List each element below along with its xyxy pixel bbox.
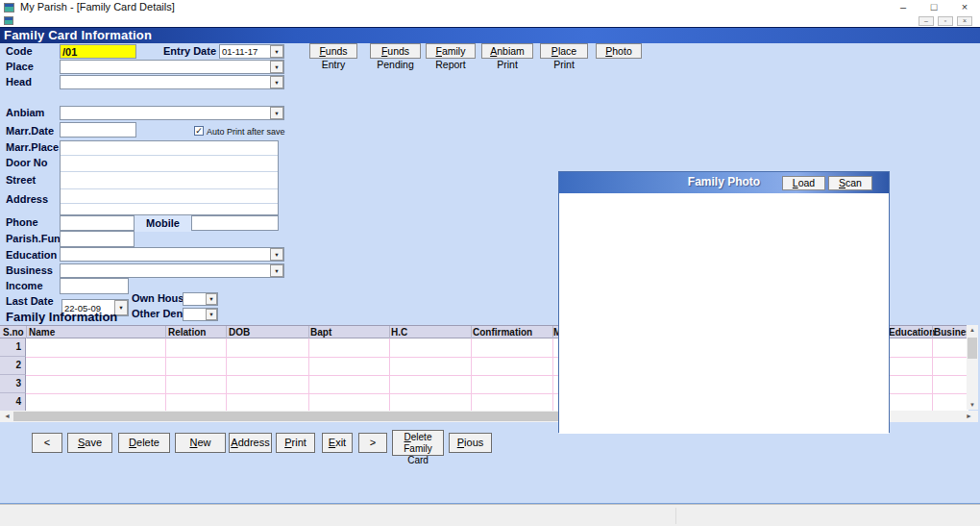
marr-date-label: Marr.Date	[6, 125, 54, 137]
place-print-button[interactable]: Place Print	[540, 43, 588, 59]
grid-row-number[interactable]: 1	[0, 338, 26, 357]
grid-row-number[interactable]: 2	[0, 357, 26, 375]
divider	[61, 188, 278, 189]
anbiam-label: Anbiam	[6, 107, 44, 118]
code-input[interactable]	[60, 44, 136, 59]
grid-row-number[interactable]: 3	[0, 375, 26, 393]
chevron-down-icon[interactable]: ▼	[206, 293, 217, 305]
chevron-down-icon[interactable]: ▼	[270, 248, 283, 261]
place-combo[interactable]: ▼	[60, 60, 284, 74]
divider	[675, 508, 676, 524]
close-icon[interactable]: ×	[950, 0, 979, 15]
title-bar: My Parish - [Family Card Details] – □ ×	[0, 0, 980, 15]
minimize-icon[interactable]: –	[889, 0, 918, 15]
place-label: Place	[6, 61, 34, 72]
family-report-button[interactable]: Family Report	[426, 43, 476, 59]
mobile-label-block: Mobile	[135, 215, 191, 232]
entry-date-label: Entry Date	[163, 45, 216, 57]
chevron-down-icon[interactable]: ▼	[270, 45, 283, 58]
prev-record-button[interactable]: <	[32, 433, 62, 453]
head-label: Head	[6, 76, 32, 88]
divider	[61, 155, 278, 156]
own-house-label: Own House	[132, 292, 190, 304]
door-no-label: Door No	[6, 157, 47, 168]
chevron-down-icon[interactable]: ▼	[270, 107, 283, 119]
scroll-up-icon[interactable]: ▲	[967, 327, 978, 333]
head-combo[interactable]: ▼	[60, 75, 284, 89]
auto-print-checkbox[interactable]: ✓	[194, 126, 204, 136]
print-button[interactable]: Print	[276, 433, 315, 453]
address-block-input[interactable]	[60, 140, 279, 215]
code-label: Code	[6, 45, 33, 57]
scan-button[interactable]: Scan	[828, 176, 872, 190]
family-photo-header: Family Photo Load Scan	[559, 172, 889, 193]
mobile-input[interactable]	[191, 215, 279, 231]
marr-place-label: Marr.Place	[6, 141, 59, 153]
business-combo[interactable]: ▼	[60, 263, 284, 278]
delete-family-card-button[interactable]: Delete Family Card	[392, 430, 444, 456]
other-den-combo[interactable]: ▼	[183, 308, 218, 321]
load-button[interactable]: Load	[782, 176, 825, 190]
scroll-left-icon[interactable]: ◄	[1, 411, 13, 422]
scroll-down-icon[interactable]: ▼	[967, 402, 978, 408]
delete-button[interactable]: Delete	[118, 433, 170, 453]
mdi-minimize-icon[interactable]: –	[919, 16, 934, 26]
divider	[61, 171, 278, 172]
other-den-label: Other Den.	[132, 308, 185, 319]
grid-row-number[interactable]: 4	[0, 393, 26, 412]
photo-button[interactable]: Photo	[596, 43, 642, 59]
divider	[61, 203, 278, 204]
own-house-combo[interactable]: ▼	[183, 292, 218, 306]
grid-col-confirmation[interactable]: Confirmation	[473, 327, 532, 338]
address-button[interactable]: Address	[229, 433, 272, 453]
mdi-close-icon[interactable]: ×	[957, 16, 972, 26]
family-photo-panel: Family Photo Load Scan	[558, 171, 890, 433]
income-input[interactable]	[60, 278, 129, 294]
new-button[interactable]: New	[175, 433, 226, 453]
app-window: My Parish - [Family Card Details] – □ × …	[0, 0, 980, 526]
chevron-down-icon[interactable]: ▼	[206, 309, 217, 320]
anbiam-print-button[interactable]: Anbiam Print	[481, 43, 533, 59]
grid-col-relation[interactable]: Relation	[168, 327, 206, 338]
business-label: Business	[6, 264, 53, 276]
education-label: Education	[6, 249, 57, 261]
grid-col-hc[interactable]: H.C	[391, 327, 407, 338]
street-label: Street	[6, 174, 36, 186]
entry-date-combo[interactable]: 01-11-17 ▼	[219, 44, 284, 59]
parish-fund-input[interactable]	[60, 231, 135, 247]
income-label: Income	[6, 280, 43, 291]
save-button[interactable]: Save	[67, 433, 112, 453]
pious-button[interactable]: Pious	[449, 433, 492, 453]
page-title: Family Card Information	[0, 27, 980, 43]
exit-button[interactable]: Exit	[322, 433, 353, 453]
status-bar	[0, 504, 980, 526]
vertical-scrollbar[interactable]: ▲ ▼	[967, 325, 978, 410]
maximize-icon[interactable]: □	[919, 0, 948, 15]
funds-pending-button[interactable]: Funds Pending	[370, 43, 421, 59]
chevron-down-icon[interactable]: ▼	[270, 61, 283, 73]
vertical-scroll-thumb[interactable]	[968, 338, 977, 359]
mdi-child-icon	[4, 16, 13, 25]
address-label: Address	[6, 193, 48, 205]
chevron-down-icon[interactable]: ▼	[270, 264, 283, 277]
grid-col-name[interactable]: Name	[29, 327, 55, 338]
funds-entry-button[interactable]: Funds Entry	[309, 43, 357, 59]
mdi-restore-icon[interactable]: ▫	[938, 16, 953, 26]
next-record-button[interactable]: >	[358, 433, 387, 453]
phone-input[interactable]	[60, 215, 135, 231]
grid-col-sno[interactable]: S.no	[3, 327, 24, 338]
grid-col-bapt[interactable]: Bapt	[310, 327, 331, 338]
phone-label: Phone	[6, 216, 38, 228]
app-icon	[4, 3, 14, 13]
grid-col-dob[interactable]: DOB	[229, 327, 250, 338]
grid-title: Family Information	[6, 310, 117, 324]
anbiam-combo[interactable]: ▼	[60, 106, 284, 120]
entry-date-value: 01-11-17	[222, 46, 257, 57]
grid-col-education[interactable]: Education	[889, 327, 935, 338]
window-title: My Parish - [Family Card Details]	[20, 1, 175, 13]
marr-date-input[interactable]	[60, 122, 136, 138]
education-combo[interactable]: ▼	[60, 247, 284, 262]
mdi-bar: – ▫ ×	[0, 15, 980, 27]
chevron-down-icon[interactable]: ▼	[270, 76, 283, 88]
scroll-right-icon[interactable]: ►	[963, 411, 975, 422]
